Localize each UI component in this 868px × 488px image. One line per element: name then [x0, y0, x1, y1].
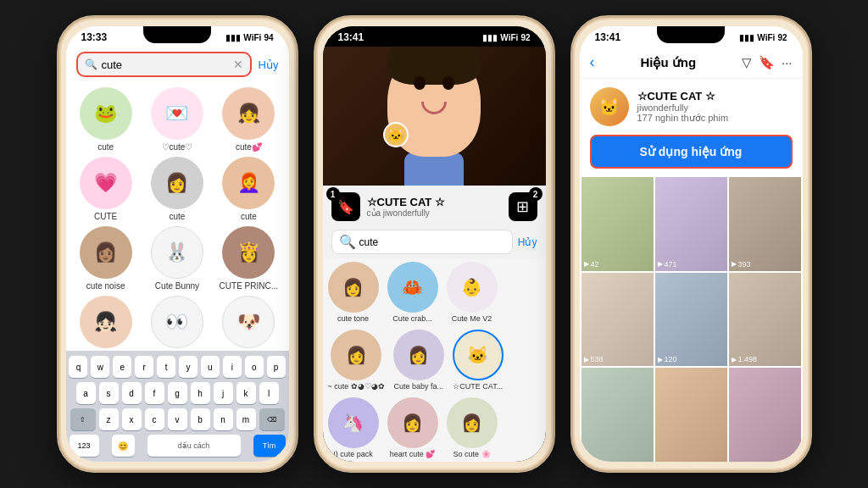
kb-d[interactable]: d [122, 382, 142, 404]
kb-y[interactable]: y [179, 356, 198, 378]
filter-so-cute[interactable]: 👩 So cute 🌸 [447, 397, 498, 458]
filter-cute-bunny[interactable]: 🐰 Cute Bunny [144, 226, 210, 291]
kb-s[interactable]: s [99, 382, 119, 404]
kb-k[interactable]: k [236, 382, 256, 404]
kb-e[interactable]: e [113, 356, 131, 378]
kb-t[interactable]: t [157, 356, 175, 378]
kb-v[interactable]: v [168, 408, 187, 430]
status-icons-1: ▮▮▮ WiFi 94 [225, 33, 273, 42]
kb-o[interactable]: o [245, 356, 264, 378]
kb-shift[interactable]: ⇧ [70, 408, 96, 430]
filter-cute2[interactable]: 👩 cute [144, 157, 210, 221]
kb-i[interactable]: i [223, 356, 242, 378]
use-effect-button[interactable]: Sử dụng hiệu ứng [590, 135, 793, 169]
kb-p[interactable]: p [267, 356, 286, 378]
filter-cute-heart[interactable]: 💌 ♡cute♡ [144, 87, 210, 152]
battery-icon-3: 92 [777, 33, 787, 42]
kb-m[interactable]: m [236, 408, 256, 430]
kb-search[interactable]: Tìm [253, 435, 286, 457]
kb-z[interactable]: z [99, 408, 119, 430]
video-thumb-7[interactable] [581, 368, 654, 462]
label-cute-tone: cute tone [337, 314, 369, 323]
kb-r[interactable]: r [135, 356, 153, 378]
video-thumb-8[interactable] [655, 368, 727, 462]
filters-grid-1: 🐸 cute 💌 ♡cute♡ 👧 cute💕 💗 CUTE 👩 cute [66, 82, 289, 351]
filter-label-cute: cute [97, 142, 114, 152]
kb-u[interactable]: u [201, 356, 220, 378]
filter-cute[interactable]: 🐸 cute [73, 87, 139, 152]
kb-n[interactable]: n [214, 408, 233, 430]
video-thumb-5[interactable]: ▶ 120 [655, 273, 727, 367]
video-thumb-2[interactable]: ▶ 471 [655, 177, 727, 271]
filter-cute3[interactable]: 👩‍🦰 cute [215, 157, 281, 221]
kb-b[interactable]: b [191, 408, 210, 430]
search-bar-1: 🔍 cute ✕ Hủy [66, 47, 289, 82]
search-clear-1[interactable]: ✕ [233, 58, 243, 71]
effect-profile-author: jiwonderfully [637, 103, 793, 113]
kb-h[interactable]: h [191, 382, 210, 404]
filter-icon[interactable]: ▽ [742, 55, 752, 70]
filter-cute-extra3[interactable]: 🐶 [215, 296, 281, 351]
search-text-2: cute [359, 236, 379, 248]
filter-cute-princ[interactable]: 👸 CUTE PRINC... [215, 226, 281, 291]
kb-f[interactable]: f [145, 382, 164, 404]
search-icon-1: 🔍 [85, 58, 97, 70]
video-thumb-3[interactable]: ▶ 393 [729, 177, 801, 271]
phone-1-screen: 13:33 ▮▮▮ WiFi 94 🔍 cute ✕ Hủy 🐸 cute [66, 26, 289, 462]
more-icon[interactable]: ··· [782, 55, 793, 70]
play-icon-1: ▶ [584, 260, 589, 268]
circle-cute-cat-selected: 🐱 [453, 330, 504, 380]
notch-3 [657, 26, 725, 43]
effect-avatar[interactable]: 🐱 [590, 87, 629, 126]
filter-circle-cute-heart: 💌 [151, 87, 203, 140]
kb-backspace[interactable]: ⌫ [259, 408, 285, 430]
kb-l[interactable]: l [259, 382, 279, 404]
circle-tilde-cute: 👩 [331, 330, 381, 380]
play-icon-5: ▶ [658, 356, 663, 363]
filter-cute-noise[interactable]: 👩🏽 cute noise [73, 226, 139, 291]
cancel-btn-2[interactable]: Hủy [518, 236, 537, 248]
search-input-2[interactable]: 🔍 cute [331, 230, 513, 254]
kb-x[interactable]: x [122, 408, 142, 430]
filter-cute-pack[interactable]: 🦄 !) cute pack [328, 397, 379, 458]
kb-space[interactable]: dấu cách [147, 435, 241, 457]
kb-w[interactable]: w [91, 356, 109, 378]
kb-c[interactable]: c [145, 408, 164, 430]
filter-cute-tone[interactable]: 👩 cute tone [328, 262, 379, 323]
video-count-3: ▶ 393 [732, 260, 751, 269]
search-input-wrap-1[interactable]: 🔍 cute ✕ [76, 52, 252, 77]
filter-circle-cute-noise: 👩🏽 [80, 226, 132, 279]
filter-cute-pink[interactable]: 👧 cute💕 [215, 87, 281, 152]
filter-cute-me[interactable]: 👶 Cute Me V2 [447, 262, 498, 323]
bookmark-icon-3[interactable]: 🔖 [759, 55, 775, 70]
filter-tilde-cute[interactable]: 👩 ~ cute ✿◕♡◕✿ [328, 330, 385, 391]
kb-q[interactable]: q [69, 356, 87, 378]
filter-cute-cat-selected[interactable]: 🐱 ☆CUTE CAT... [453, 330, 504, 391]
filter-CUTE[interactable]: 💗 CUTE [73, 157, 139, 221]
play-icon-6: ▶ [732, 356, 737, 363]
video-thumb-1[interactable]: ▶ 42 [581, 177, 654, 271]
filter-cute-extra2[interactable]: 👀 [144, 296, 210, 351]
circle-cute-crab: 🦀 [387, 262, 438, 313]
video-thumb-6[interactable]: ▶ 1.498 [729, 273, 801, 367]
filter-cute-crab[interactable]: 🦀 Cute crab... [387, 262, 438, 323]
kb-num[interactable]: 123 [70, 435, 99, 457]
filter-label-cute-pink: cute💕 [236, 142, 262, 152]
video-thumb-9[interactable] [729, 368, 801, 462]
bottom-row-2: 🦄 !) cute pack 👩 heart cute 💕 👩 So cute … [323, 394, 546, 462]
filter-circle-cute2: 👩 [151, 157, 203, 209]
kb-a[interactable]: a [76, 382, 96, 404]
video-thumb-4[interactable]: ▶ 538 [581, 273, 654, 367]
kb-emoji[interactable]: 😊 [112, 435, 135, 457]
kb-g[interactable]: g [168, 382, 187, 404]
cartoon-eye-right [442, 76, 454, 90]
cancel-button-1[interactable]: Hủy [259, 58, 279, 71]
back-button[interactable]: ‹ [590, 53, 595, 71]
filter-cute-baby[interactable]: 👩 Cute baby fa... [393, 330, 444, 391]
filter-cute-extra1[interactable]: 👧🏻 [73, 296, 139, 351]
label-heart-cute: heart cute 💕 [390, 450, 436, 458]
circle-cute-tone: 👩 [328, 262, 379, 313]
kb-j[interactable]: j [214, 382, 233, 404]
filter-heart-cute[interactable]: 👩 heart cute 💕 [387, 397, 438, 458]
num-label-2: 2 [529, 187, 542, 201]
